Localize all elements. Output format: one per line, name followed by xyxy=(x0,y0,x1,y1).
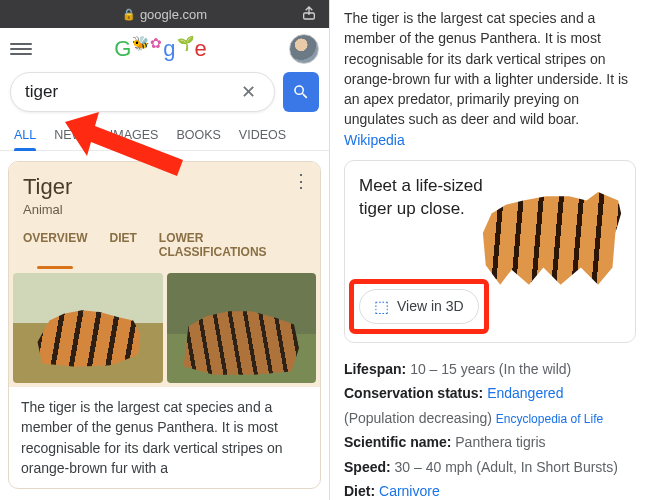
knowledge-panel: Tiger Animal ⋮ OVERVIEW DIET LOWER CLASS… xyxy=(8,161,321,489)
search-button[interactable] xyxy=(283,72,319,112)
tab-videos[interactable]: VIDEOS xyxy=(239,120,286,150)
browser-url-bar: 🔒 google.com xyxy=(0,0,329,28)
view-3d-label: View in 3D xyxy=(397,298,464,314)
google-logo[interactable]: G🐝✿g🌱e xyxy=(32,36,289,62)
search-tabs: ALL NEWS IMAGES BOOKS VIDEOS xyxy=(0,120,329,151)
hamburger-menu-icon[interactable] xyxy=(10,43,32,55)
kp-tab-diet[interactable]: DIET xyxy=(109,231,136,269)
search-box[interactable]: ✕ xyxy=(10,72,275,112)
status-link[interactable]: Endangered xyxy=(487,385,563,401)
kp-image-2[interactable] xyxy=(167,273,317,383)
kp-subtitle: Animal xyxy=(23,202,306,217)
wikipedia-link[interactable]: Wikipedia xyxy=(344,132,405,148)
lock-icon: 🔒 xyxy=(122,8,136,21)
cube-icon: ⬚ xyxy=(374,297,389,316)
diet-link[interactable]: Carnivore xyxy=(379,483,440,499)
tab-news[interactable]: NEWS xyxy=(54,120,92,150)
profile-avatar[interactable] xyxy=(289,34,319,64)
kp-tab-overview[interactable]: OVERVIEW xyxy=(23,231,87,269)
view-3d-card: Meet a life-sized tiger up close. ⬚ View… xyxy=(344,160,636,343)
tab-books[interactable]: BOOKS xyxy=(176,120,220,150)
clear-search-icon[interactable]: ✕ xyxy=(237,81,260,103)
kp-tab-lower[interactable]: LOWER CLASSIFICATIONS xyxy=(159,231,306,269)
kp-image-1[interactable] xyxy=(13,273,163,383)
tab-images[interactable]: IMAGES xyxy=(110,120,159,150)
view-in-3d-button[interactable]: ⬚ View in 3D xyxy=(359,289,479,324)
tab-all[interactable]: ALL xyxy=(14,120,36,150)
intro-text: The tiger is the largest cat species and… xyxy=(344,8,636,150)
search-input[interactable] xyxy=(25,82,237,102)
kp-more-icon[interactable]: ⋮ xyxy=(292,170,310,192)
url-domain: google.com xyxy=(140,7,207,22)
kp-title: Tiger xyxy=(23,174,306,200)
kp-description: The tiger is the largest cat species and… xyxy=(9,387,320,488)
eol-link[interactable]: Encyclopedia of Life xyxy=(496,412,603,426)
facts-list: Lifespan: 10 – 15 years (In the wild) Co… xyxy=(344,357,636,500)
tiger-3d-image xyxy=(477,169,627,289)
share-icon[interactable] xyxy=(301,5,317,24)
